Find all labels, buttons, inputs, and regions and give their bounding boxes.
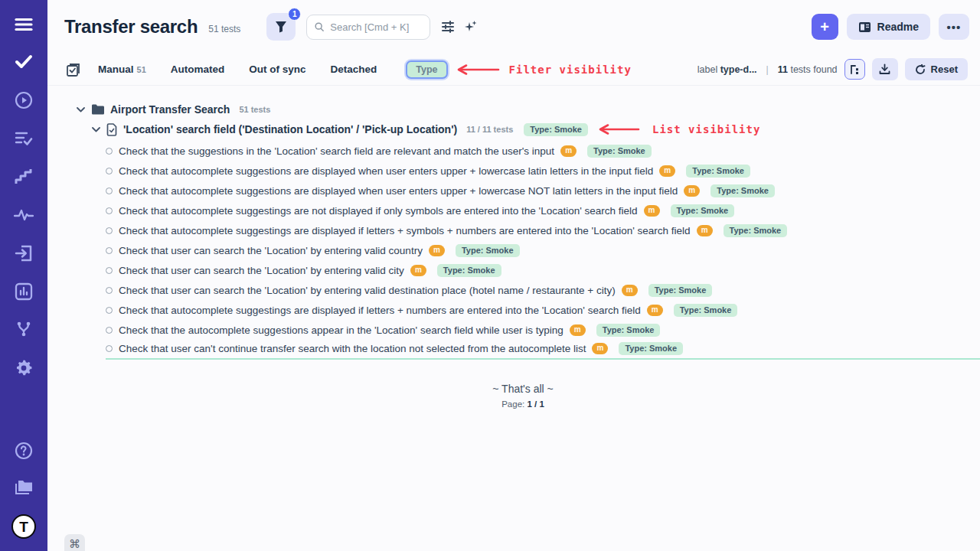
test-status-icon <box>106 247 113 254</box>
test-title[interactable]: Check that the autocomplete suggestions … <box>119 324 564 336</box>
help-icon[interactable] <box>14 441 34 461</box>
branches-icon[interactable] <box>14 320 34 340</box>
steps-stairs-icon[interactable] <box>14 167 34 187</box>
tab-manual-label: Manual <box>98 64 134 75</box>
folder-icon <box>91 104 104 115</box>
test-status-icon <box>106 345 113 352</box>
test-plans-icon[interactable] <box>14 129 34 148</box>
chevron-down-icon[interactable] <box>92 127 100 132</box>
book-icon <box>858 21 871 33</box>
list-footer: ~ That's all ~ Page: 1 / 1 <box>66 383 980 409</box>
test-row[interactable]: Check that user can search the 'Location… <box>106 260 980 280</box>
folder-row[interactable]: Airport Transfer Search 51 tests <box>77 99 980 119</box>
test-title[interactable]: Check that autocomplete suggestions are … <box>119 185 678 197</box>
annotation-list-visibility: List visibility <box>652 123 760 135</box>
tree-view-toggle[interactable] <box>844 59 865 80</box>
import-icon[interactable] <box>14 243 34 263</box>
tab-out-of-sync[interactable]: Out of sync <box>249 64 305 75</box>
test-title[interactable]: Check that user can search the 'Location… <box>119 245 423 256</box>
tab-out-of-sync-label: Out of sync <box>249 64 305 75</box>
tab-automated-label: Automated <box>171 64 225 75</box>
chevron-down-icon[interactable] <box>77 107 85 112</box>
test-row[interactable]: Check that user can't continue transfer … <box>106 340 980 360</box>
type-smoke-badge: Type: Smoke <box>724 224 788 237</box>
test-title[interactable]: Check that user can't continue transfer … <box>119 343 586 354</box>
manual-badge: m <box>697 225 713 236</box>
test-row[interactable]: Check that autocomplete suggestions are … <box>106 181 980 201</box>
funnel-icon <box>275 21 287 33</box>
manual-badge: m <box>429 245 445 256</box>
page-title: Transfer search <box>64 16 198 37</box>
manual-badge: m <box>570 324 586 336</box>
more-menu-button[interactable]: ••• <box>939 14 969 40</box>
test-status-icon <box>106 168 113 174</box>
test-row[interactable]: Check that autocomplete suggestions are … <box>106 161 980 181</box>
tests-check-icon[interactable] <box>14 52 34 72</box>
tab-manual[interactable]: Manual 51 <box>98 64 146 75</box>
command-key-button[interactable]: ⌘ <box>64 534 85 551</box>
suite-meta: 11 / 11 tests <box>466 125 513 134</box>
reports-chart-icon[interactable] <box>14 282 34 302</box>
select-all-icon[interactable] <box>66 62 81 77</box>
test-row[interactable]: Check that autocomplete suggestings are … <box>106 300 980 320</box>
app-sidebar: T <box>0 0 47 551</box>
runs-play-icon[interactable] <box>14 90 34 110</box>
filter-button[interactable]: 1 <box>266 13 296 41</box>
search-box[interactable] <box>306 15 430 40</box>
reset-button[interactable]: Reset <box>905 58 968 80</box>
readme-button[interactable]: Readme <box>847 14 930 40</box>
test-title[interactable]: Check that autocomplete suggestions are … <box>119 165 653 177</box>
test-row[interactable]: Check that user can search the 'Location… <box>106 240 980 260</box>
test-title[interactable]: Check that user can search the 'Location… <box>119 265 404 276</box>
suite-row[interactable]: 'Location' search field ('Destination Lo… <box>92 119 980 139</box>
search-icon <box>315 21 324 32</box>
results-count: 11 tests found <box>778 64 838 75</box>
test-title[interactable]: Check that the suggestions in the 'Locat… <box>119 145 554 157</box>
folder-meta: 51 tests <box>239 105 270 114</box>
type-smoke-badge: Type: Smoke <box>686 165 750 178</box>
test-status-icon <box>106 187 113 194</box>
manual-badge: m <box>410 265 426 276</box>
tab-automated[interactable]: Automated <box>171 64 225 75</box>
app-logo[interactable]: T <box>11 514 36 539</box>
document-icon <box>106 123 117 136</box>
add-button[interactable]: + <box>812 14 838 40</box>
search-input[interactable] <box>330 21 422 33</box>
tab-detached[interactable]: Detached <box>331 64 377 75</box>
test-title[interactable]: Check that user can search the 'Location… <box>119 285 616 296</box>
test-row[interactable]: Check that user can search the 'Location… <box>106 280 980 300</box>
test-row[interactable]: Check that autocomplete suggestings are … <box>106 201 980 220</box>
manual-badge: m <box>644 205 660 217</box>
download-button[interactable] <box>872 58 898 80</box>
type-smoke-badge: Type: Smoke <box>648 284 713 297</box>
test-status-icon <box>106 148 113 155</box>
type-smoke-badge: Type: Smoke <box>671 204 735 217</box>
type-smoke-badge: Type: Smoke <box>596 324 661 337</box>
docs-folder-icon[interactable] <box>14 478 34 497</box>
type-smoke-badge: Type: Smoke <box>587 145 652 158</box>
type-filter-chip[interactable]: Type <box>406 60 447 79</box>
annotation-arrow-left <box>456 64 500 75</box>
test-row[interactable]: Check that autocomplete suggestings are … <box>106 220 980 240</box>
readme-label: Readme <box>877 21 919 33</box>
suite-name[interactable]: 'Location' search field ('Destination Lo… <box>123 123 457 135</box>
manual-badge: m <box>684 185 700 197</box>
activity-pulse-icon[interactable] <box>14 205 34 225</box>
folder-name[interactable]: Airport Transfer Search <box>110 103 230 116</box>
refresh-icon <box>915 64 926 75</box>
test-status-icon <box>106 267 113 274</box>
test-status-icon <box>106 227 113 234</box>
test-title[interactable]: Check that autocomplete suggestings are … <box>119 225 691 236</box>
page-header: Transfer search 51 tests 1 + Readme ••• <box>47 0 980 54</box>
test-row[interactable]: Check that the suggestions in the 'Locat… <box>106 141 980 161</box>
test-title[interactable]: Check that autocomplete suggestings are … <box>119 205 638 217</box>
test-list: Check that the suggestions in the 'Locat… <box>66 141 980 360</box>
settings-gear-icon[interactable] <box>14 358 34 378</box>
ai-sparkle-icon[interactable] <box>459 15 482 38</box>
test-title[interactable]: Check that autocomplete suggestings are … <box>119 305 641 316</box>
view-options-icon[interactable] <box>436 15 459 38</box>
manual-badge: m <box>659 165 675 177</box>
type-smoke-badge: Type: Smoke <box>674 304 738 317</box>
hamburger-menu-icon[interactable] <box>0 0 47 49</box>
test-row[interactable]: Check that the autocomplete suggestions … <box>106 320 980 340</box>
